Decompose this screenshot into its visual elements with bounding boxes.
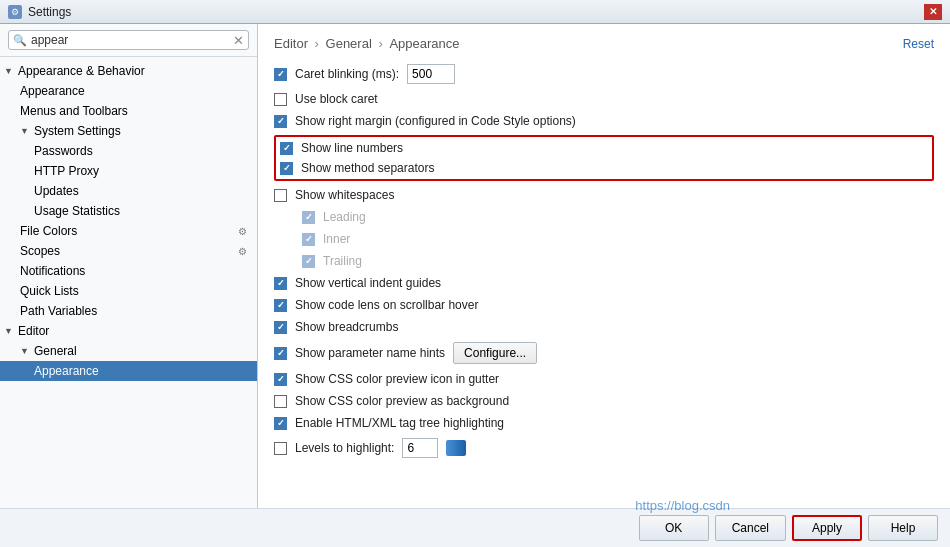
checkbox-inner[interactable] (302, 233, 315, 246)
setting-css-color-icon: Show CSS color preview icon in gutter (274, 371, 934, 387)
configure-button[interactable]: Configure... (453, 342, 537, 364)
checkbox-vertical-indent[interactable] (274, 277, 287, 290)
label-html-xml: Enable HTML/XML tag tree highlighting (295, 416, 504, 430)
breadcrumb-editor: Editor (274, 36, 308, 51)
sidebar-item-label: Usage Statistics (34, 204, 120, 218)
sidebar-item-label: Quick Lists (20, 284, 79, 298)
search-input[interactable] (31, 33, 229, 47)
checkbox-show-line-numbers[interactable] (280, 142, 293, 155)
setting-show-method-separators: Show method separators (280, 160, 928, 176)
sidebar-item-usage-statistics[interactable]: Usage Statistics (0, 201, 257, 221)
input-levels-highlight[interactable] (402, 438, 438, 458)
label-caret-blinking: Caret blinking (ms): (295, 67, 399, 81)
label-show-method-separators: Show method separators (301, 161, 434, 175)
sidebar-item-appearance-behavior[interactable]: ▼ Appearance & Behavior (0, 61, 257, 81)
checkbox-css-color-bg[interactable] (274, 395, 287, 408)
separator2: › (378, 36, 386, 51)
sidebar-item-path-variables[interactable]: Path Variables (0, 301, 257, 321)
config-icon2: ⚙ (235, 244, 249, 258)
checkbox-show-right-margin[interactable] (274, 115, 287, 128)
setting-leading: Leading (274, 209, 934, 225)
sidebar-item-editor-appearance[interactable]: Appearance (0, 361, 257, 381)
checkbox-use-block-caret[interactable] (274, 93, 287, 106)
label-css-color-icon: Show CSS color preview icon in gutter (295, 372, 499, 386)
sidebar-tree: ▼ Appearance & Behavior Appearance Menus… (0, 57, 257, 508)
checkbox-trailing[interactable] (302, 255, 315, 268)
label-show-line-numbers: Show line numbers (301, 141, 403, 155)
sidebar-item-general[interactable]: ▼ General (0, 341, 257, 361)
checkbox-caret-blinking[interactable] (274, 68, 287, 81)
checkbox-html-xml[interactable] (274, 417, 287, 430)
checkbox-leading[interactable] (302, 211, 315, 224)
search-wrap: 🔍 ✕ (0, 24, 257, 57)
checkbox-code-lens[interactable] (274, 299, 287, 312)
label-show-whitespaces: Show whitespaces (295, 188, 394, 202)
search-icon: 🔍 (13, 34, 27, 47)
checkbox-show-method-separators[interactable] (280, 162, 293, 175)
highlighted-group: Show line numbers Show method separators (274, 135, 934, 181)
sidebar-item-label: Passwords (34, 144, 93, 158)
sidebar-item-editor[interactable]: ▼ Editor (0, 321, 257, 341)
sidebar-item-menus-toolbars[interactable]: Menus and Toolbars (0, 101, 257, 121)
sidebar-item-label: Appearance (34, 364, 99, 378)
close-button[interactable]: ✕ (924, 4, 942, 20)
setting-show-line-numbers: Show line numbers (280, 140, 928, 156)
label-use-block-caret: Use block caret (295, 92, 378, 106)
help-button[interactable]: Help (868, 515, 938, 541)
sidebar-item-label: Editor (18, 324, 49, 338)
settings-list: Caret blinking (ms): Use block caret Sho… (274, 63, 934, 459)
breadcrumb: Editor › General › Appearance (274, 36, 460, 51)
sidebar-item-appearance[interactable]: Appearance (0, 81, 257, 101)
sidebar-item-system-settings[interactable]: ▼ System Settings (0, 121, 257, 141)
sidebar: 🔍 ✕ ▼ Appearance & Behavior Appearance M… (0, 24, 258, 508)
input-caret-blinking[interactable] (407, 64, 455, 84)
checkbox-breadcrumbs[interactable] (274, 321, 287, 334)
sidebar-item-quick-lists[interactable]: Quick Lists (0, 281, 257, 301)
expand-icon: ▼ (20, 346, 30, 356)
setting-levels-highlight: Levels to highlight: (274, 437, 934, 459)
checkbox-css-color-icon[interactable] (274, 373, 287, 386)
sidebar-item-label: Appearance & Behavior (18, 64, 145, 78)
sidebar-item-http-proxy[interactable]: HTTP Proxy (0, 161, 257, 181)
checkbox-show-whitespaces[interactable] (274, 189, 287, 202)
checkbox-parameter-hints[interactable] (274, 347, 287, 360)
setting-parameter-hints: Show parameter name hints Configure... (274, 341, 934, 365)
setting-vertical-indent: Show vertical indent guides (274, 275, 934, 291)
ok-button[interactable]: OK (639, 515, 709, 541)
content-area: 🔍 ✕ ▼ Appearance & Behavior Appearance M… (0, 24, 950, 508)
title-bar-left: ⚙ Settings (8, 5, 71, 19)
sidebar-item-notifications[interactable]: Notifications (0, 261, 257, 281)
label-inner: Inner (323, 232, 350, 246)
sidebar-item-label: Appearance (20, 84, 85, 98)
search-clear-icon[interactable]: ✕ (233, 34, 244, 47)
levels-stepper[interactable] (446, 440, 466, 456)
breadcrumb-appearance: Appearance (389, 36, 459, 51)
setting-show-right-margin: Show right margin (configured in Code St… (274, 113, 934, 129)
label-trailing: Trailing (323, 254, 362, 268)
reset-link[interactable]: Reset (903, 37, 934, 51)
settings-icon: ⚙ (8, 5, 22, 19)
setting-inner: Inner (274, 231, 934, 247)
sidebar-item-updates[interactable]: Updates (0, 181, 257, 201)
sidebar-item-file-colors[interactable]: File Colors ⚙ (0, 221, 257, 241)
expand-icon: ▼ (4, 66, 14, 76)
sidebar-item-passwords[interactable]: Passwords (0, 141, 257, 161)
setting-css-color-bg: Show CSS color preview as background (274, 393, 934, 409)
sidebar-item-file-colors-inner: File Colors ⚙ (20, 224, 249, 238)
label-levels-highlight: Levels to highlight: (295, 441, 394, 455)
sidebar-item-scopes[interactable]: Scopes ⚙ (0, 241, 257, 261)
label-breadcrumbs: Show breadcrumbs (295, 320, 398, 334)
label-css-color-bg: Show CSS color preview as background (295, 394, 509, 408)
separator1: › (315, 36, 323, 51)
checkbox-levels-highlight[interactable] (274, 442, 287, 455)
sidebar-item-label: Menus and Toolbars (20, 104, 128, 118)
sidebar-item-label: General (34, 344, 77, 358)
setting-use-block-caret: Use block caret (274, 91, 934, 107)
sidebar-item-label: System Settings (34, 124, 121, 138)
main-container: 🔍 ✕ ▼ Appearance & Behavior Appearance M… (0, 24, 950, 547)
cancel-button[interactable]: Cancel (715, 515, 786, 541)
sidebar-item-label: Scopes (20, 244, 60, 258)
breadcrumb-bar: Editor › General › Appearance Reset (274, 36, 934, 51)
apply-button[interactable]: Apply (792, 515, 862, 541)
right-panel: Editor › General › Appearance Reset Care… (258, 24, 950, 508)
